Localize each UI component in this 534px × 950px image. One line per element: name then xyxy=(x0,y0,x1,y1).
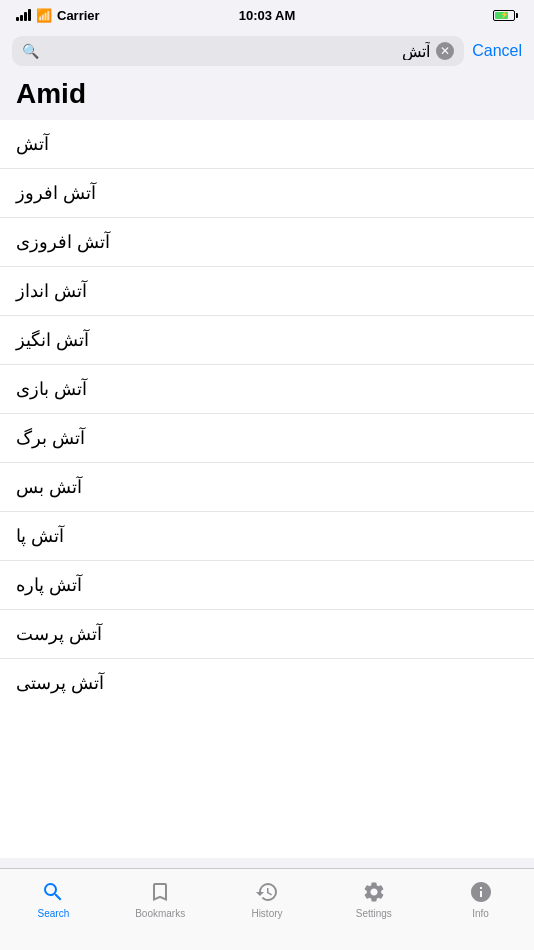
list-item[interactable]: آتش xyxy=(0,120,534,169)
status-battery: ⚡ xyxy=(493,10,518,21)
history-tab-icon xyxy=(254,879,280,905)
tab-bar: Search Bookmarks History Settings xyxy=(0,868,534,950)
list-item-text: آتش انگیز xyxy=(16,329,89,351)
battery-icon: ⚡ xyxy=(493,10,518,21)
info-tab-icon xyxy=(468,879,494,905)
info-tab-label: Info xyxy=(472,908,489,919)
tab-info[interactable]: Info xyxy=(427,877,534,919)
tab-history[interactable]: History xyxy=(214,877,321,919)
cancel-button[interactable]: Cancel xyxy=(472,42,522,60)
list-item[interactable]: آتش انگیز xyxy=(0,316,534,365)
list-item[interactable]: آتش برگ xyxy=(0,414,534,463)
list-item-text: آتش انداز xyxy=(16,280,87,302)
status-time: 10:03 AM xyxy=(239,8,296,23)
list-item-text: آتش بازی xyxy=(16,378,87,400)
search-input[interactable] xyxy=(45,42,430,60)
list-item[interactable]: آتش بس xyxy=(0,463,534,512)
list-item-text: آتش افروز xyxy=(16,182,96,204)
wifi-icon: 📶 xyxy=(36,8,52,23)
status-bar: 📶 Carrier 10:03 AM ⚡ xyxy=(0,0,534,28)
bookmarks-tab-label: Bookmarks xyxy=(135,908,185,919)
search-icon: 🔍 xyxy=(22,43,39,59)
list-item[interactable]: آتش بازی xyxy=(0,365,534,414)
list-item-text: آتش پا xyxy=(16,525,64,547)
page-title-container: Amid xyxy=(0,74,534,120)
list-item-text: آتش پرستی xyxy=(16,672,104,694)
search-tab-icon xyxy=(40,879,66,905)
list-item-text: آتش افروزی xyxy=(16,231,110,253)
list-item[interactable]: آتش پا xyxy=(0,512,534,561)
settings-tab-icon xyxy=(361,879,387,905)
search-bar: 🔍 ✕ Cancel xyxy=(0,28,534,74)
list-item-text: آتش برگ xyxy=(16,427,85,449)
bookmarks-tab-icon xyxy=(147,879,173,905)
list-item-text: آتش پاره xyxy=(16,574,82,596)
tab-bookmarks[interactable]: Bookmarks xyxy=(107,877,214,919)
list-item[interactable]: آتش افروز xyxy=(0,169,534,218)
search-clear-button[interactable]: ✕ xyxy=(436,42,454,60)
list-item[interactable]: آتش افروزی xyxy=(0,218,534,267)
tab-settings[interactable]: Settings xyxy=(320,877,427,919)
signal-icon xyxy=(16,9,31,21)
list-item[interactable]: آتش پاره xyxy=(0,561,534,610)
search-input-wrapper[interactable]: 🔍 ✕ xyxy=(12,36,464,66)
status-carrier: 📶 Carrier xyxy=(16,8,100,23)
list-item-text: آتش پرست xyxy=(16,623,102,645)
list-item-text: آتش xyxy=(16,133,49,155)
page-title: Amid xyxy=(16,78,518,110)
list-item-text: آتش بس xyxy=(16,476,82,498)
list-item[interactable]: آتش پرستی xyxy=(0,659,534,707)
results-list: آتشآتش افروزآتش افروزیآتش اندازآتش انگیز… xyxy=(0,120,534,858)
tab-search[interactable]: Search xyxy=(0,877,107,919)
list-item[interactable]: آتش انداز xyxy=(0,267,534,316)
search-tab-label: Search xyxy=(38,908,70,919)
settings-tab-label: Settings xyxy=(356,908,392,919)
list-item[interactable]: آتش پرست xyxy=(0,610,534,659)
history-tab-label: History xyxy=(251,908,282,919)
